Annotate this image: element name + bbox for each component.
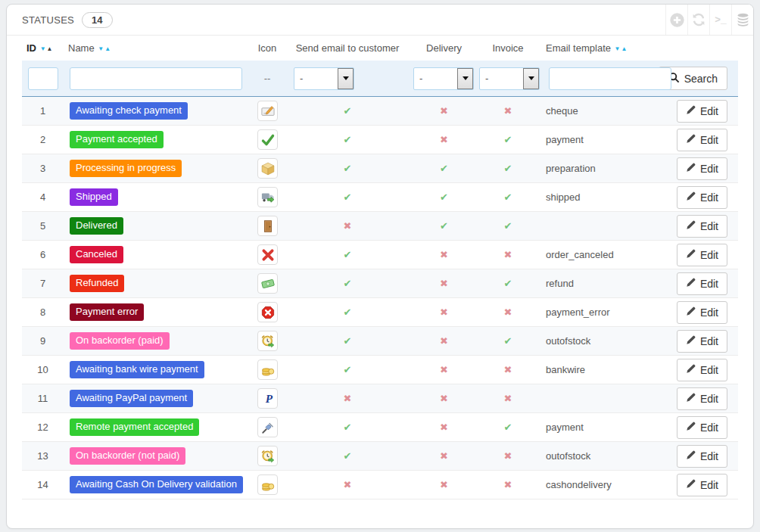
table-row: 1 Awaiting check payment ✔ ✖ ✖ cheque Ed… [22, 97, 738, 126]
invoice-mark: ✔ [504, 422, 512, 433]
row-id: 13 [22, 442, 64, 471]
table-row: 12 Remote payment accepted ✔ ✖ ✔ payment… [22, 413, 738, 442]
column-header-actions [681, 36, 738, 61]
status-badge: Shipped [70, 188, 118, 206]
status-count-badge: 14 [82, 12, 112, 28]
sort-id-desc-icon[interactable]: ▼ [40, 45, 46, 52]
delivery-mark: ✖ [440, 393, 448, 404]
status-badge: Awaiting check payment [70, 102, 188, 120]
status-badge: Awaiting PayPal payment [70, 390, 193, 407]
filter-name-input[interactable] [70, 67, 242, 90]
delivery-mark: ✖ [440, 249, 448, 260]
sort-name-asc-icon[interactable]: ▲ [104, 45, 111, 52]
edit-button[interactable]: Edit [677, 186, 727, 209]
row-id: 8 [22, 298, 64, 327]
check-icon [257, 129, 278, 150]
status-badge: Awaiting Cash On Delivery validation [70, 476, 243, 493]
edit-button-label: Edit [700, 278, 718, 290]
invoice-mark: ✖ [504, 249, 512, 260]
edit-button-label: Edit [700, 163, 718, 175]
edit-button[interactable]: Edit [677, 244, 727, 266]
edit-button[interactable]: Edit [677, 301, 727, 324]
column-header-id: ID ▼▲ [22, 36, 64, 61]
pencil-icon [686, 191, 696, 204]
send-email-mark: ✔ [344, 278, 352, 289]
filter-id-input[interactable] [28, 67, 58, 90]
send-email-mark: ✔ [344, 249, 352, 260]
table-row: 10 Awaiting bank wire payment ✔ ✖ ✖ bank… [22, 356, 738, 384]
edit-button[interactable]: Edit [677, 157, 727, 180]
filter-email-template-input[interactable] [549, 67, 671, 90]
coins-icon [257, 359, 278, 380]
send-email-mark: ✔ [344, 105, 352, 117]
edit-button-label: Edit [700, 220, 718, 232]
edit-button[interactable]: Edit [677, 387, 727, 410]
email-template-value [541, 212, 681, 241]
invoice-mark: ✖ [504, 393, 512, 404]
edit-button[interactable]: Edit [677, 272, 727, 295]
plug-icon [257, 417, 278, 437]
status-badge: Delivered [70, 217, 123, 235]
database-icon [735, 12, 751, 28]
filter-invoice-select[interactable]: - [479, 67, 540, 90]
table-row: 7 Refunded ✔ ✖ ✔ refund Edit [22, 269, 738, 298]
plus-circle-icon [669, 12, 685, 28]
row-id: 9 [22, 327, 64, 356]
edit-button-label: Edit [700, 191, 718, 204]
delivery-mark: ✖ [440, 105, 448, 117]
filter-delivery-select[interactable]: - [413, 67, 474, 90]
edit-button[interactable]: Edit [677, 330, 727, 353]
edit-button-label: Edit [700, 393, 718, 405]
invoice-mark: ✖ [504, 105, 512, 117]
row-id: 3 [22, 154, 64, 183]
table-row: 6 Canceled ✔ ✖ ✖ order_canceled Edit [22, 241, 738, 269]
sort-name-desc-icon[interactable]: ▼ [98, 45, 104, 52]
row-id: 1 [22, 97, 64, 126]
send-email-mark: ✔ [344, 335, 352, 347]
edit-button[interactable]: Edit [677, 359, 727, 381]
status-badge: Awaiting bank wire payment [70, 361, 204, 378]
invoice-mark: ✖ [504, 364, 512, 375]
table-row: 13 On backorder (not paid) ✔ ✖ ✖ outofst… [22, 442, 738, 471]
table-row: 2 Payment accepted ✔ ✖ ✔ payment Edit [22, 126, 738, 154]
edit-button[interactable]: Edit [677, 129, 727, 151]
status-badge: Payment error [70, 303, 144, 321]
edit-button[interactable]: Edit [677, 445, 727, 468]
invoice-mark: ✔ [504, 191, 512, 203]
edit-button[interactable]: Edit [677, 215, 727, 238]
edit-button[interactable]: Edit [677, 100, 727, 123]
send-email-mark: ✔ [344, 163, 352, 174]
invoice-mark: ✔ [504, 278, 512, 289]
edit-button-label: Edit [700, 249, 718, 261]
table-row: 8 Payment error ✔ ✖ ✖ payment_error Edit [22, 298, 738, 327]
sort-template-desc-icon[interactable]: ▼ [615, 45, 621, 52]
invoice-mark: ✔ [504, 220, 512, 232]
email-template-value: preparation [541, 154, 681, 183]
email-template-value: payment [541, 126, 681, 154]
terminal-icon: >_ [715, 14, 727, 26]
edit-button[interactable]: Edit [677, 416, 727, 439]
box-icon [257, 158, 278, 179]
pencil-icon [686, 219, 696, 232]
add-new-button[interactable] [665, 5, 687, 35]
sort-id-asc-icon[interactable]: ▲ [47, 45, 53, 52]
status-badge: Payment accepted [70, 131, 164, 148]
edit-button-label: Edit [700, 450, 718, 462]
panel-header: STATUSES 14 >_ [7, 5, 753, 36]
send-email-mark: ✖ [344, 479, 352, 490]
column-header-invoice: Invoice [475, 36, 541, 61]
sort-template-asc-icon[interactable]: ▲ [621, 45, 628, 52]
filter-send-email-select[interactable]: - [294, 67, 354, 90]
export-sql-button[interactable] [731, 5, 753, 35]
coins-icon [257, 474, 278, 495]
delivery-mark: ✖ [440, 306, 448, 318]
row-id: 10 [22, 356, 64, 384]
email-template-value: payment_error [541, 298, 681, 327]
edit-button[interactable]: Edit [677, 474, 727, 496]
refresh-button[interactable] [687, 5, 709, 35]
cheque-icon [257, 101, 278, 121]
show-sql-button[interactable]: >_ [709, 5, 731, 35]
table-row: 9 On backorder (paid) ✔ ✖ ✔ outofstock E… [22, 327, 738, 356]
edit-button-label: Edit [700, 479, 718, 491]
delivery-mark: ✖ [440, 450, 448, 462]
